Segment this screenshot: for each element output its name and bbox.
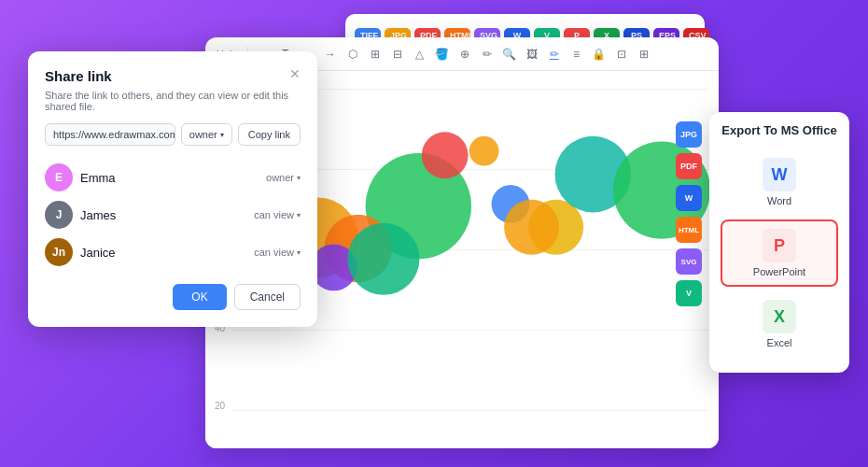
toolbar-image-icon[interactable]: 🖼 — [523, 45, 541, 64]
cancel-button[interactable]: Cancel — [234, 284, 301, 310]
user-perm-james[interactable]: can view ▾ — [254, 209, 301, 220]
powerpoint-label: PowerPoint — [753, 266, 805, 277]
user-row-emma: E Emma owner ▾ — [45, 159, 301, 196]
toolbar-shape-icon[interactable]: ⬡ — [343, 45, 362, 64]
toolbar-crop-icon[interactable]: ⊡ — [612, 45, 631, 64]
link-input[interactable]: https://www.edrawmax.com/online/fil — [45, 123, 175, 146]
toolbar-edit-icon[interactable]: ✏ — [478, 45, 497, 64]
dialog-actions: OK Cancel — [45, 284, 301, 310]
excel-label: Excel — [767, 337, 792, 348]
link-row: https://www.edrawmax.com/online/fil owne… — [45, 123, 301, 146]
toolbar-ruler-icon[interactable]: ⊟ — [388, 45, 407, 64]
close-button[interactable]: ✕ — [286, 64, 304, 83]
export-side-icons: JPG PDF W HTML SVG V — [676, 121, 702, 306]
user-perm-janice[interactable]: can view ▾ — [254, 247, 301, 258]
side-icon-jpg[interactable]: JPG — [676, 121, 702, 148]
toolbar-fill-icon[interactable]: 🪣 — [433, 45, 452, 64]
permission-value: owner — [189, 129, 217, 140]
svg-point-11 — [469, 136, 499, 166]
powerpoint-icon: P — [763, 229, 796, 262]
chevron-down-icon: ▾ — [220, 131, 224, 139]
link-permission[interactable]: owner ▾ — [181, 123, 232, 146]
side-icon-pdf[interactable]: PDF — [676, 153, 702, 179]
toolbar-lines-icon[interactable]: ≡ — [567, 45, 586, 64]
toolbar-connect-icon[interactable]: ⊕ — [455, 45, 474, 64]
avatar-janice: Jn — [45, 238, 73, 266]
excel-icon: X — [763, 300, 796, 333]
toolbar-zoom-icon[interactable]: 🔍 — [500, 45, 519, 64]
user-name-james: James — [80, 208, 246, 222]
toolbar-grid-icon[interactable]: ⊞ — [635, 45, 653, 64]
user-name-janice: Janice — [80, 246, 246, 260]
dialog-title: Share link — [45, 68, 301, 84]
side-icon-word[interactable]: W — [676, 185, 702, 211]
toolbar-triangle-icon[interactable]: △ — [411, 45, 429, 64]
avatar-emma: E — [45, 163, 73, 191]
side-icon-visio[interactable]: V — [676, 280, 702, 306]
export-excel-item[interactable]: X Excel — [721, 290, 838, 358]
user-row-janice: Jn Janice can view ▾ — [45, 234, 301, 271]
ok-button[interactable]: OK — [173, 284, 226, 310]
link-value: https://www.edrawmax.com/online/fil — [53, 129, 175, 140]
svg-point-8 — [347, 223, 419, 295]
svg-point-10 — [504, 200, 559, 255]
toolbar-table-icon[interactable]: ⊞ — [366, 45, 385, 64]
export-word-item[interactable]: W Word — [721, 149, 838, 216]
chevron-down-icon: ▾ — [297, 211, 301, 219]
svg-point-6 — [422, 132, 469, 178]
export-powerpoint-item[interactable]: P PowerPoint — [721, 219, 838, 287]
side-icon-html[interactable]: HTML — [676, 217, 702, 243]
y-label-20: 20 — [215, 401, 231, 411]
user-name-emma: Emma — [80, 171, 259, 185]
avatar-james: J — [45, 201, 73, 229]
user-perm-emma[interactable]: owner ▾ — [266, 172, 301, 183]
word-icon: W — [763, 158, 796, 191]
export-title: Export To MS Office — [721, 123, 838, 137]
side-icon-svg[interactable]: SVG — [676, 248, 702, 275]
toolbar-arrow-icon[interactable]: → — [321, 45, 340, 64]
user-row-james: J James can view ▾ — [45, 196, 301, 234]
dialog-subtitle: Share the link to others, and they can v… — [45, 90, 301, 112]
chevron-down-icon: ▾ — [297, 174, 301, 182]
chevron-down-icon: ▾ — [297, 248, 301, 257]
copy-link-button[interactable]: Copy link — [238, 123, 301, 146]
word-label: Word — [767, 195, 791, 206]
toolbar-pen-icon[interactable]: ✏ — [545, 45, 564, 64]
toolbar-lock-icon[interactable]: 🔒 — [590, 45, 609, 64]
share-dialog: Share link ✕ Share the link to others, a… — [28, 51, 317, 327]
export-panel: JPG PDF W HTML SVG V Export To MS Office… — [709, 112, 849, 373]
